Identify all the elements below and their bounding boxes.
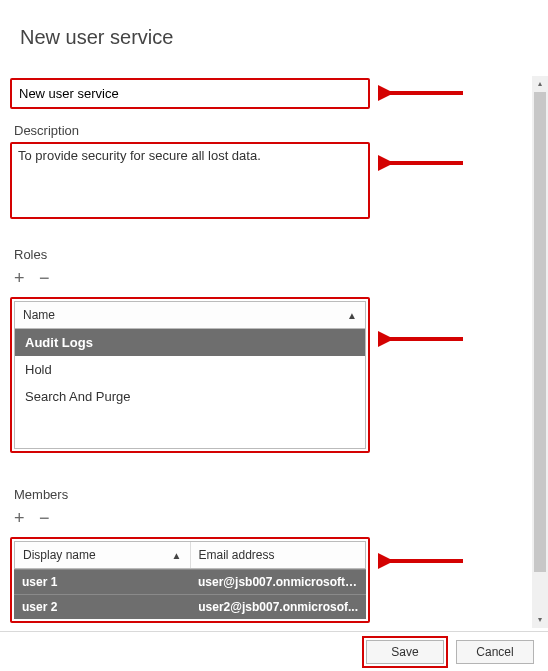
roles-highlight: Name ▲ Audit Logs Hold Search And Purge xyxy=(10,297,370,453)
member-name: user 2 xyxy=(14,595,190,619)
form-content: Description Roles + − Name ▲ Audit Logs … xyxy=(10,72,538,631)
roles-header: Name ▲ xyxy=(14,301,366,329)
roles-add-icon[interactable]: + xyxy=(14,268,34,289)
members-label: Members xyxy=(14,487,530,502)
role-item[interactable]: Audit Logs xyxy=(15,329,365,356)
roles-label: Roles xyxy=(14,247,530,262)
cancel-button[interactable]: Cancel xyxy=(456,640,534,664)
members-header-email[interactable]: Email address xyxy=(191,542,366,568)
name-input[interactable] xyxy=(15,83,365,104)
scrollbar[interactable]: ▴ ▾ xyxy=(532,76,548,628)
members-remove-icon[interactable]: − xyxy=(39,508,59,529)
roles-header-name-text: Name xyxy=(23,308,55,322)
sort-up-icon: ▲ xyxy=(172,550,182,561)
member-name: user 1 xyxy=(14,570,190,594)
members-list: user 1 user@jsb007.onmicrosoft.... user … xyxy=(14,569,366,619)
member-email: user2@jsb007.onmicrosof... xyxy=(190,595,366,619)
name-field-highlight xyxy=(10,78,370,109)
members-header-display[interactable]: Display name ▲ xyxy=(15,542,191,568)
description-label: Description xyxy=(14,123,530,138)
member-email: user@jsb007.onmicrosoft.... xyxy=(190,570,366,594)
members-plusminus: + − xyxy=(14,508,530,529)
role-item[interactable]: Search And Purge xyxy=(15,383,365,410)
members-highlight: Display name ▲ Email address user 1 user… xyxy=(10,537,370,623)
roles-list: Audit Logs Hold Search And Purge xyxy=(14,329,366,449)
member-row[interactable]: user 1 user@jsb007.onmicrosoft.... xyxy=(14,569,366,594)
save-highlight: Save xyxy=(362,636,448,668)
scrollbar-thumb[interactable] xyxy=(534,92,546,572)
roles-plusminus: + − xyxy=(14,268,530,289)
roles-header-name[interactable]: Name ▲ xyxy=(15,302,365,328)
members-header-display-text: Display name xyxy=(23,548,96,562)
save-button[interactable]: Save xyxy=(366,640,444,664)
role-item[interactable]: Hold xyxy=(15,356,365,383)
roles-remove-icon[interactable]: − xyxy=(39,268,59,289)
description-highlight xyxy=(10,142,370,219)
members-add-icon[interactable]: + xyxy=(14,508,34,529)
description-input[interactable] xyxy=(16,148,364,210)
members-header-email-text: Email address xyxy=(199,548,275,562)
members-header: Display name ▲ Email address xyxy=(14,541,366,569)
scrollbar-down-icon[interactable]: ▾ xyxy=(532,612,548,628)
scrollbar-up-icon[interactable]: ▴ xyxy=(532,76,548,92)
page-title: New user service xyxy=(0,0,548,49)
member-row[interactable]: user 2 user2@jsb007.onmicrosof... xyxy=(14,594,366,619)
sort-up-icon: ▲ xyxy=(347,310,357,321)
footer: Save Cancel xyxy=(0,631,548,671)
